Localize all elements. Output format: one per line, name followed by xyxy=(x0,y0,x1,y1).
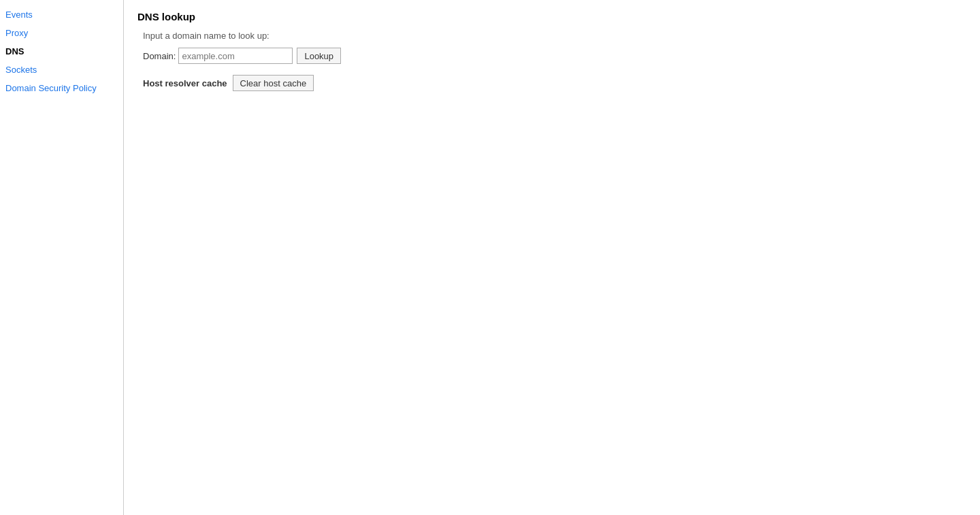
clear-cache-button[interactable]: Clear host cache xyxy=(233,75,314,91)
main-content: DNS lookup Input a domain name to look u… xyxy=(124,0,980,515)
domain-label: Domain: xyxy=(143,51,176,61)
sidebar-item-sockets[interactable]: Sockets xyxy=(0,61,123,79)
sidebar-item-proxy[interactable]: Proxy xyxy=(0,24,123,42)
dns-lookup-section: DNS lookup Input a domain name to look u… xyxy=(137,11,966,91)
sidebar-item-dns[interactable]: DNS xyxy=(0,42,123,61)
host-resolver-row: Host resolver cache Clear host cache xyxy=(143,75,966,91)
domain-row: Domain: Lookup xyxy=(143,48,966,64)
dns-instruction: Input a domain name to look up: xyxy=(143,31,966,41)
lookup-button[interactable]: Lookup xyxy=(297,48,341,64)
host-resolver-label: Host resolver cache xyxy=(143,78,227,88)
sidebar-item-events[interactable]: Events xyxy=(0,5,123,24)
section-title: DNS lookup xyxy=(137,11,966,22)
domain-input[interactable] xyxy=(178,48,293,64)
sidebar: Events Proxy DNS Sockets Domain Security… xyxy=(0,0,124,515)
sidebar-item-domain-security-policy[interactable]: Domain Security Policy xyxy=(0,79,123,97)
